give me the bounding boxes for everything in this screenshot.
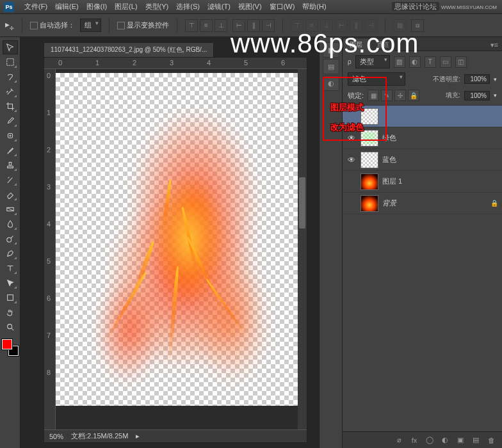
trash-icon[interactable]: 🗑 bbox=[485, 435, 497, 446]
menu-bar: Ps 文件(F) 编辑(E) 图像(I) 图层(L) 类型(Y) 选择(S) 滤… bbox=[0, 0, 502, 14]
brush-tool[interactable] bbox=[3, 143, 18, 157]
gradient-tool[interactable] bbox=[3, 202, 18, 216]
lock-label: 锁定: bbox=[348, 91, 364, 100]
filter-adjust-icon[interactable]: ◐ bbox=[409, 56, 421, 68]
blend-mode-dropdown[interactable]: 滤色 bbox=[348, 72, 405, 86]
tab-channels[interactable]: 通道 bbox=[369, 38, 396, 51]
menu-image[interactable]: 图像(I) bbox=[83, 2, 111, 12]
align-right-icon[interactable]: ⊣ bbox=[262, 19, 275, 32]
menu-type[interactable]: 类型(Y) bbox=[142, 2, 173, 12]
canvas-viewport[interactable] bbox=[56, 69, 298, 429]
opacity-value[interactable]: 100% bbox=[464, 74, 490, 84]
lock-trans-icon[interactable]: ▦ bbox=[368, 90, 379, 101]
panel-menu-icon[interactable]: ▾≡ bbox=[487, 40, 502, 51]
eyedropper-tool[interactable] bbox=[3, 114, 18, 128]
menu-help[interactable]: 帮助(H) bbox=[298, 2, 330, 12]
align-hcenter-icon[interactable]: ∥ bbox=[247, 19, 260, 32]
lock-pixels-icon[interactable]: ✎ bbox=[381, 90, 393, 101]
hand-tool[interactable] bbox=[3, 305, 18, 319]
rail-actions-icon[interactable]: ▤ bbox=[323, 59, 339, 74]
align-top-icon[interactable]: ⊤ bbox=[185, 19, 198, 32]
visibility-toggle[interactable] bbox=[346, 177, 357, 187]
layer-name[interactable]: 背景 bbox=[382, 198, 396, 208]
auto-select[interactable]: 自动选择： bbox=[30, 20, 75, 30]
layer-thumbnail[interactable] bbox=[360, 195, 378, 212]
rail-history-icon[interactable]: ◧ bbox=[323, 42, 339, 58]
adjustment-icon[interactable]: ◐ bbox=[439, 435, 451, 446]
visibility-toggle[interactable] bbox=[346, 198, 357, 209]
layer-row[interactable] bbox=[343, 106, 502, 127]
lock-all-icon[interactable]: 🔒 bbox=[408, 90, 419, 101]
filter-shape-icon[interactable]: ▭ bbox=[440, 56, 451, 68]
chevron-right-icon[interactable]: ▸ bbox=[136, 432, 140, 440]
fill-value[interactable]: 100% bbox=[464, 91, 490, 100]
mask-icon[interactable]: ◯ bbox=[424, 435, 435, 446]
auto-select-dropdown[interactable]: 组 bbox=[80, 19, 101, 32]
menu-file[interactable]: 文件(F) bbox=[20, 2, 51, 12]
visibility-toggle[interactable]: 👁 bbox=[346, 155, 357, 165]
filter-kind-dropdown[interactable]: 类型 bbox=[355, 55, 390, 68]
lasso-tool[interactable] bbox=[3, 70, 18, 84]
show-transform[interactable]: 显示变换控件 bbox=[117, 20, 169, 30]
document-tab[interactable]: 11074431_122403780263_2.jpg @ 50% (红色, R… bbox=[44, 42, 214, 57]
doc-info: 文档:2.15M/8.25M bbox=[71, 431, 128, 441]
visibility-toggle[interactable]: 👁 bbox=[346, 133, 357, 143]
color-swatches[interactable] bbox=[2, 339, 19, 356]
path-select-tool[interactable] bbox=[3, 276, 18, 290]
layer-thumbnail[interactable] bbox=[360, 173, 378, 190]
foreground-color[interactable] bbox=[2, 339, 12, 349]
layer-name[interactable]: 绿色 bbox=[382, 133, 396, 143]
zoom-level[interactable]: 50% bbox=[49, 433, 63, 440]
stamp-tool[interactable] bbox=[3, 158, 18, 172]
menu-edit[interactable]: 编辑(E) bbox=[51, 2, 83, 12]
dist-right-icon: ⊣ bbox=[364, 19, 377, 32]
history-brush-tool[interactable] bbox=[3, 173, 18, 187]
chevron-down-icon[interactable]: ▾ bbox=[494, 92, 497, 99]
type-tool[interactable] bbox=[3, 261, 18, 275]
forum-badge: 思缘设计论坛 WWW.MISSYUAN.COM bbox=[392, 2, 497, 12]
layer-row[interactable]: 👁 蓝色 bbox=[343, 149, 502, 171]
link-layers-icon[interactable]: ⌀ bbox=[393, 435, 405, 446]
filter-smart-icon[interactable]: ◫ bbox=[455, 56, 467, 68]
menu-select[interactable]: 选择(S) bbox=[172, 2, 204, 12]
chevron-down-icon[interactable]: ▾ bbox=[494, 76, 497, 83]
new-layer-icon[interactable]: ▤ bbox=[470, 435, 482, 446]
menu-window[interactable]: 窗口(W) bbox=[266, 2, 299, 12]
fx-icon[interactable]: fx bbox=[409, 435, 420, 446]
blur-tool[interactable] bbox=[3, 217, 18, 231]
align-bottom-icon[interactable]: ⊥ bbox=[215, 19, 227, 32]
lock-pos-icon[interactable]: ✢ bbox=[394, 90, 406, 101]
group-icon[interactable]: ▣ bbox=[455, 435, 466, 446]
menu-view[interactable]: 视图(V) bbox=[234, 2, 266, 12]
dodge-tool[interactable] bbox=[3, 232, 18, 246]
layer-row[interactable]: 背景 🔒 bbox=[343, 193, 502, 214]
filter-type-icon[interactable]: T bbox=[425, 56, 436, 68]
filter-pixel-icon[interactable]: ▧ bbox=[394, 56, 405, 68]
svg-rect-0 bbox=[6, 59, 13, 66]
align-vcenter-icon[interactable]: ≡ bbox=[200, 19, 213, 32]
pen-tool[interactable] bbox=[3, 246, 18, 260]
marquee-tool[interactable] bbox=[3, 55, 18, 69]
move-tool[interactable] bbox=[3, 40, 18, 54]
kind-label: ρ bbox=[348, 58, 352, 65]
crop-tool[interactable] bbox=[3, 99, 18, 113]
layer-row[interactable]: 👁 绿色 bbox=[343, 127, 502, 149]
layer-thumbnail[interactable] bbox=[360, 152, 378, 168]
collapsed-panels-rail: ◧ ▤ ◐ bbox=[319, 37, 342, 448]
shape-tool[interactable] bbox=[3, 291, 18, 305]
eraser-tool[interactable] bbox=[3, 188, 18, 202]
layer-name[interactable]: 蓝色 bbox=[382, 155, 396, 164]
menu-layer[interactable]: 图层(L) bbox=[111, 2, 141, 12]
layer-name[interactable]: 图层 1 bbox=[382, 177, 402, 186]
wand-tool[interactable] bbox=[3, 84, 18, 99]
rail-properties-icon[interactable]: ◐ bbox=[323, 76, 339, 91]
scrollbar-vertical[interactable] bbox=[298, 69, 307, 429]
align-left-icon[interactable]: ⊢ bbox=[232, 19, 245, 32]
zoom-tool[interactable] bbox=[3, 320, 18, 334]
menu-filter[interactable]: 滤镜(T) bbox=[204, 2, 234, 12]
tab-layers[interactable]: 图层 bbox=[343, 38, 369, 51]
svg-rect-4 bbox=[7, 295, 13, 301]
healing-tool[interactable] bbox=[3, 129, 18, 143]
layer-row[interactable]: 图层 1 bbox=[343, 171, 502, 193]
3d-mode-icon[interactable]: ⧈ bbox=[411, 19, 424, 32]
